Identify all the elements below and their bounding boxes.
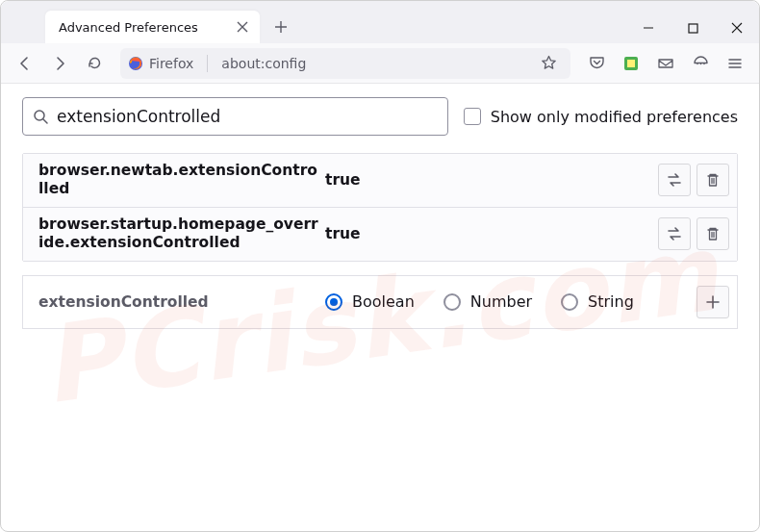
add-button[interactable] — [697, 286, 729, 318]
checkbox-icon[interactable] — [464, 108, 481, 125]
type-radio-label: Boolean — [352, 292, 415, 311]
delete-button[interactable] — [697, 217, 729, 250]
search-box[interactable] — [22, 97, 448, 136]
toggle-button[interactable] — [658, 164, 691, 196]
svg-rect-0 — [689, 24, 697, 33]
pref-value: true — [325, 171, 361, 189]
pref-name: browser.newtab.extensionControlled — [31, 162, 319, 199]
show-only-modified-toggle[interactable]: Show only modified preferences — [464, 108, 738, 126]
window-close-button[interactable] — [715, 13, 759, 43]
inbox-icon[interactable] — [651, 49, 680, 78]
urlbar-identity: Firefox — [128, 56, 201, 71]
window-controls — [626, 13, 759, 43]
pref-row[interactable]: browser.newtab.extensionControlled true — [23, 154, 737, 208]
radio-icon — [325, 293, 342, 311]
reload-button[interactable] — [80, 49, 109, 78]
type-radios: Boolean Number String — [325, 292, 691, 311]
pref-name: browser.startup.homepage_override.extens… — [31, 215, 319, 253]
window-titlebar: Advanced Preferences — [1, 1, 759, 43]
search-input[interactable] — [57, 107, 438, 126]
svg-rect-3 — [627, 60, 635, 67]
urlbar-text[interactable]: about:config — [214, 56, 528, 71]
search-row: Show only modified preferences — [22, 97, 738, 136]
tab-title: Advanced Preferences — [59, 20, 198, 35]
aboutconfig-content: Show only modified preferences browser.n… — [1, 84, 759, 342]
delete-button[interactable] — [697, 164, 729, 196]
tab-strip: Advanced Preferences — [1, 11, 626, 43]
type-radio-number[interactable]: Number — [443, 292, 532, 311]
urlbar-identity-label: Firefox — [149, 56, 193, 71]
show-only-modified-label: Show only modified preferences — [491, 108, 738, 126]
extension-icon[interactable] — [617, 49, 646, 78]
type-radio-boolean[interactable]: Boolean — [325, 292, 415, 311]
type-radio-string[interactable]: String — [561, 292, 634, 311]
radio-icon — [443, 293, 461, 311]
radio-icon — [561, 293, 578, 311]
pocket-icon[interactable] — [582, 49, 611, 78]
type-radio-label: String — [588, 292, 634, 311]
new-pref-name: extensionControlled — [31, 293, 319, 311]
pref-row[interactable]: browser.startup.homepage_override.extens… — [23, 208, 737, 261]
nav-toolbar: Firefox about:config — [1, 43, 759, 84]
add-pref-row: extensionControlled Boolean Number Strin… — [22, 275, 738, 329]
browser-tab[interactable]: Advanced Preferences — [45, 11, 260, 43]
url-bar[interactable]: Firefox about:config — [120, 48, 570, 79]
app-menu-button[interactable] — [721, 49, 749, 78]
pref-value: true — [325, 225, 361, 242]
back-button[interactable] — [11, 49, 39, 78]
window-maximize-button[interactable] — [671, 13, 715, 43]
urlbar-separator — [207, 55, 208, 72]
search-icon — [33, 109, 49, 125]
window-minimize-button[interactable] — [626, 13, 671, 43]
close-tab-icon[interactable] — [235, 19, 250, 35]
type-radio-label: Number — [470, 292, 532, 311]
forward-button[interactable] — [45, 49, 74, 78]
toggle-button[interactable] — [658, 217, 691, 250]
bookmark-star-icon[interactable] — [534, 49, 563, 78]
shield-icon[interactable] — [686, 49, 715, 78]
results-table: browser.newtab.extensionControlled true … — [22, 153, 738, 262]
firefox-logo-icon — [128, 56, 143, 71]
new-tab-button[interactable] — [267, 13, 294, 40]
